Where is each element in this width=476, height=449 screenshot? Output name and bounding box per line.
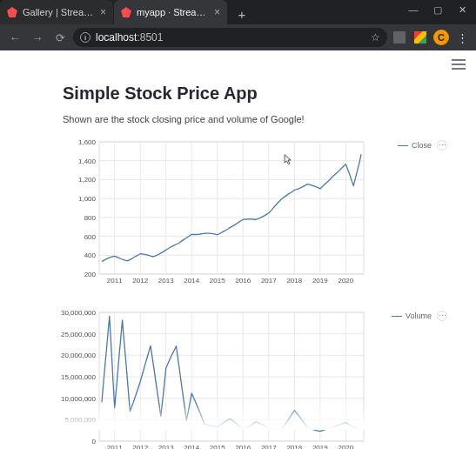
svg-text:5,000,000: 5,000,000 bbox=[64, 416, 96, 424]
tab-gallery[interactable]: Gallery | Streamlit — The fastest × bbox=[0, 0, 113, 24]
svg-text:2020: 2020 bbox=[338, 277, 353, 285]
svg-text:2019: 2019 bbox=[312, 444, 328, 449]
page-title: Simple Stock Price App bbox=[63, 84, 450, 104]
svg-text:2011: 2011 bbox=[107, 277, 123, 285]
svg-text:2012: 2012 bbox=[132, 444, 148, 449]
streamlit-icon bbox=[7, 7, 17, 17]
window-maximize[interactable]: ▢ bbox=[426, 0, 450, 19]
svg-text:2016: 2016 bbox=[235, 444, 251, 449]
extension-icon[interactable] bbox=[412, 29, 429, 46]
svg-text:2012: 2012 bbox=[132, 277, 148, 285]
address-bar: ← → ⟳ i localhost:8501 ☆ C ⋮ bbox=[0, 24, 476, 50]
svg-text:1,200: 1,200 bbox=[78, 176, 97, 184]
chart-options-button[interactable]: ⋯ bbox=[437, 311, 447, 321]
svg-text:10,000,000: 10,000,000 bbox=[61, 395, 97, 403]
tab-strip: Gallery | Streamlit — The fastest × myap… bbox=[0, 0, 399, 24]
svg-text:25,000,000: 25,000,000 bbox=[61, 331, 97, 338]
svg-text:2020: 2020 bbox=[338, 444, 353, 449]
streamlit-menu-button[interactable] bbox=[452, 59, 466, 70]
svg-text:2015: 2015 bbox=[210, 277, 225, 285]
extension-icon[interactable] bbox=[391, 29, 408, 46]
url-input[interactable]: i localhost:8501 ☆ bbox=[73, 28, 387, 47]
chart-volume[interactable]: Volume ⋯ 05,000,00010,000,00015,000,0002… bbox=[63, 307, 411, 449]
svg-text:2015: 2015 bbox=[210, 444, 225, 449]
new-tab-button[interactable]: + bbox=[231, 3, 252, 24]
tab-title: Gallery | Streamlit — The fastest bbox=[23, 7, 97, 17]
svg-text:2018: 2018 bbox=[286, 277, 302, 285]
nav-forward-button[interactable]: → bbox=[28, 28, 47, 47]
svg-text:2013: 2013 bbox=[158, 277, 174, 285]
page-subtitle: Shown are the stock closing price and vo… bbox=[63, 114, 450, 124]
svg-text:200: 200 bbox=[84, 271, 97, 278]
legend-label: Volume bbox=[406, 312, 432, 320]
chart-svg: 05,000,00010,000,00015,000,00020,000,000… bbox=[63, 307, 367, 449]
profile-avatar[interactable]: C bbox=[432, 29, 450, 46]
chart-options-button[interactable]: ⋯ bbox=[437, 140, 447, 151]
chart-close-price[interactable]: Close ⋯ 2004006008001,0001,2001,4001,600… bbox=[63, 137, 411, 290]
chart-legend: Volume ⋯ bbox=[392, 311, 447, 321]
url-host: localhost bbox=[96, 31, 137, 44]
avatar-letter: C bbox=[433, 30, 449, 45]
window-close[interactable]: ✕ bbox=[450, 0, 474, 19]
svg-text:400: 400 bbox=[84, 251, 97, 259]
legend-label: Close bbox=[412, 141, 432, 150]
svg-text:20,000,000: 20,000,000 bbox=[61, 352, 97, 359]
svg-text:2017: 2017 bbox=[261, 444, 277, 449]
chrome-menu-button[interactable]: ⋮ bbox=[453, 29, 471, 46]
close-icon[interactable]: × bbox=[211, 6, 220, 18]
svg-text:2017: 2017 bbox=[261, 277, 277, 285]
streamlit-icon bbox=[121, 7, 131, 17]
svg-text:15,000,000: 15,000,000 bbox=[61, 373, 97, 381]
svg-text:600: 600 bbox=[84, 233, 97, 241]
bookmark-star-icon[interactable]: ☆ bbox=[371, 31, 380, 44]
site-info-icon[interactable]: i bbox=[80, 32, 91, 43]
window-controls: — ▢ ✕ bbox=[399, 0, 476, 19]
svg-text:800: 800 bbox=[84, 214, 97, 222]
svg-text:2019: 2019 bbox=[312, 277, 328, 285]
svg-text:1,600: 1,600 bbox=[78, 138, 97, 146]
svg-text:1,400: 1,400 bbox=[78, 157, 97, 165]
nav-reload-button[interactable]: ⟳ bbox=[50, 28, 70, 47]
svg-text:30,000,000: 30,000,000 bbox=[61, 309, 97, 317]
url-port: :8501 bbox=[137, 31, 163, 44]
browser-chrome: Gallery | Streamlit — The fastest × myap… bbox=[0, 0, 476, 50]
svg-text:2011: 2011 bbox=[107, 444, 123, 449]
svg-text:0: 0 bbox=[92, 438, 97, 446]
svg-text:2018: 2018 bbox=[286, 444, 302, 449]
page-content: Simple Stock Price App Shown are the sto… bbox=[0, 50, 476, 449]
chart-legend: Close ⋯ bbox=[398, 140, 447, 151]
svg-text:2016: 2016 bbox=[235, 277, 251, 285]
legend-line-icon bbox=[398, 145, 408, 146]
tab-title: myapp · Streamlit bbox=[137, 7, 211, 17]
tab-myapp[interactable]: myapp · Streamlit × bbox=[114, 0, 227, 24]
svg-text:2014: 2014 bbox=[184, 444, 199, 449]
streamlit-page: Simple Stock Price App Shown are the sto… bbox=[0, 50, 476, 430]
window-minimize[interactable]: — bbox=[401, 0, 426, 19]
svg-text:2013: 2013 bbox=[158, 444, 174, 449]
svg-text:1,000: 1,000 bbox=[78, 195, 97, 203]
tabstrip-row: Gallery | Streamlit — The fastest × myap… bbox=[0, 0, 476, 24]
legend-line-icon bbox=[392, 316, 402, 317]
chart-svg: 2004006008001,0001,2001,4001,60020112012… bbox=[63, 137, 367, 286]
close-icon[interactable]: × bbox=[97, 6, 106, 18]
svg-text:2014: 2014 bbox=[184, 277, 199, 285]
nav-back-button[interactable]: ← bbox=[5, 28, 24, 47]
